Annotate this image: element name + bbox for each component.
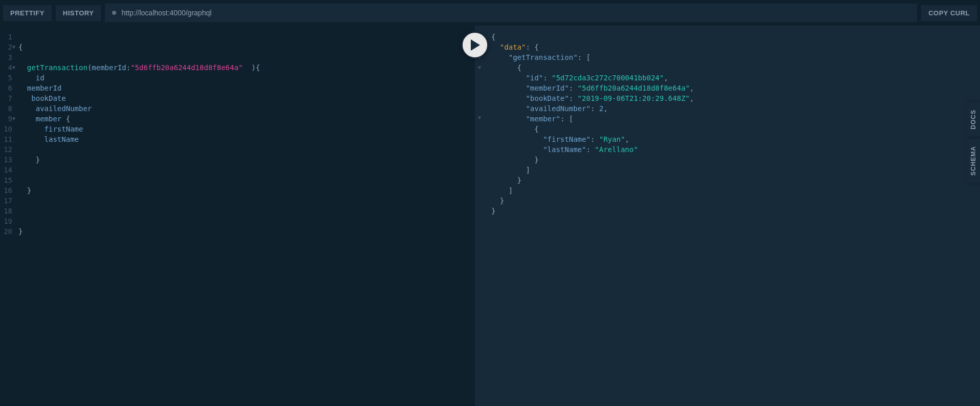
prettify-button[interactable]: PRETTIFY (3, 5, 52, 21)
url-bar[interactable]: http://localhost:4000/graphql (105, 4, 917, 22)
fold-toggle-icon[interactable]: ▼ (11, 114, 16, 124)
fold-toggle-icon[interactable]: ▼ (478, 62, 483, 73)
fold-toggle-icon[interactable]: ▼ (11, 42, 16, 52)
result-viewer[interactable]: ▼ ▼ ▼ ▼ ▼ { "data": { "getTransaction": … (475, 26, 980, 406)
url-text: http://localhost:4000/graphql (121, 9, 211, 17)
main-area: 1 2 3 4 5 6 7 8 9 10 11 12 13 14 15 16 1… (0, 26, 980, 406)
editor-code[interactable]: { getTransaction(memberId:"5d6ffb20a6244… (18, 32, 475, 237)
history-button[interactable]: HISTORY (56, 5, 101, 21)
query-editor[interactable]: 1 2 3 4 5 6 7 8 9 10 11 12 13 14 15 16 1… (0, 26, 475, 406)
side-tabs: DOCS SCHEMA (967, 102, 980, 183)
fold-toggle-icon[interactable]: ▼ (478, 113, 483, 123)
schema-tab[interactable]: SCHEMA (967, 139, 980, 183)
result-code: { "data": { "getTransaction": [ { "id": … (491, 32, 980, 216)
toolbar: PRETTIFY HISTORY http://localhost:4000/g… (0, 0, 980, 26)
fold-toggle-icon[interactable]: ▼ (11, 62, 16, 73)
copy-curl-button[interactable]: COPY CURL (921, 5, 977, 21)
status-dot-icon (112, 11, 116, 15)
run-query-button[interactable] (462, 32, 488, 58)
docs-tab[interactable]: DOCS (967, 102, 980, 137)
play-icon (471, 39, 481, 51)
